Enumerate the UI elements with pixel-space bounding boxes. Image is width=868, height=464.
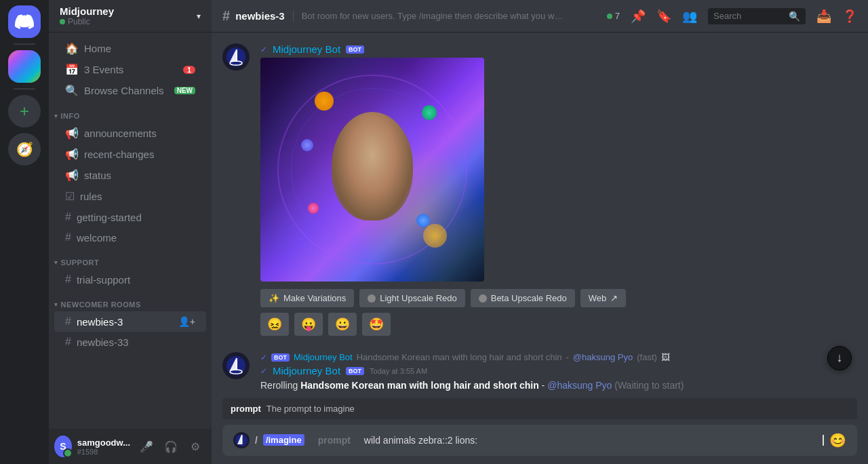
help-button[interactable]: ❓ (842, 9, 857, 24)
messages-area[interactable]: ✓ Midjourney Bot BOT (212, 33, 868, 425)
explore-servers-button[interactable]: 🧭 (8, 133, 41, 166)
newbies-3-label: newbies-3 (77, 316, 123, 328)
member-count: 7 (607, 11, 620, 21)
add-member-icon[interactable]: 👤+ (178, 316, 195, 327)
sidebar-item-announcements[interactable]: 📢 announcements (54, 123, 206, 144)
sidebar-item-getting-started[interactable]: # getting-started (54, 207, 206, 227)
search-icon: 🔍 (789, 11, 800, 22)
bookmark-button[interactable]: 🔖 (656, 9, 671, 24)
sidebar-item-events[interactable]: 📅 3 Events 1 (54, 59, 206, 80)
rules-label: rules (80, 191, 102, 202)
category-support-arrow-icon: ▾ (54, 259, 58, 266)
input-avatar-icon (235, 433, 248, 447)
server-header-info: Midjourney Public (60, 5, 114, 26)
bot-avatar-icon (226, 47, 246, 67)
ai-image-container (260, 58, 484, 282)
category-newcomer-arrow-icon: ▾ (54, 301, 58, 308)
events-badge: 1 (183, 66, 195, 74)
inbox-button[interactable]: 📥 (816, 9, 831, 24)
sidebar-item-welcome[interactable]: # welcome (54, 227, 206, 248)
face-shape (332, 112, 413, 220)
sidebar-item-recent-changes[interactable]: 📢 recent-changes (54, 144, 206, 165)
image-icon[interactable]: 🖼 (661, 352, 670, 362)
members-list-button[interactable]: 👥 (682, 9, 697, 24)
channel-sidebar: Midjourney Public ▾ 🏠 Home 📅 3 Events 1 … (49, 0, 212, 464)
avatar: S (54, 436, 72, 457)
reaction-buttons: 😖 😛 😀 🤩 (260, 313, 857, 336)
channel-list: 🏠 Home 📅 3 Events 1 🔍 Browse Channels NE… (49, 33, 212, 429)
svg-rect-6 (236, 358, 237, 370)
beta-upscale-label: Beta Upscale Redo (491, 293, 567, 303)
inline-notification: ✓ BOT Midjourney Bot Handsome Korean man… (260, 352, 857, 362)
user-info: samgoodw... #1598 (77, 438, 130, 456)
external-link-icon: ↗ (610, 293, 618, 303)
reaction-btn-3[interactable]: 😀 (328, 313, 357, 336)
svg-rect-10 (241, 435, 243, 444)
sidebar-item-newbies-33[interactable]: # newbies-33 (54, 332, 206, 352)
server-divider-2 (14, 88, 35, 90)
message-content: ✓ Midjourney Bot BOT (260, 43, 857, 341)
discord-home-button[interactable] (8, 5, 41, 38)
home-icon: 🏠 (65, 42, 79, 55)
message-author-2: Midjourney Bot (273, 365, 340, 376)
welcome-label: welcome (77, 232, 117, 244)
message-input-wrapper[interactable]: / /imagine prompt wild animals zebra::2 … (222, 425, 857, 456)
svg-rect-2 (236, 50, 237, 62)
category-info[interactable]: ▾ INFO (49, 101, 212, 123)
orb-2 (301, 139, 313, 151)
bot-badge-inline: BOT (271, 353, 290, 362)
sidebar-item-trial-support[interactable]: # trial-support (54, 269, 206, 290)
input-text: wild animals zebra::2 lions: (364, 435, 817, 446)
reaction-btn-4[interactable]: 🤩 (362, 313, 391, 336)
reaction-btn-2[interactable]: 😛 (294, 313, 323, 336)
megaphone-icon: 📢 (65, 127, 79, 140)
beta-upscale-redo-button[interactable]: Beta Upscale Redo (471, 289, 575, 307)
headphones-button[interactable]: 🎧 (160, 436, 182, 457)
text-cursor (823, 435, 824, 446)
category-support-label: SUPPORT (61, 258, 100, 267)
category-info-label: INFO (61, 112, 80, 120)
input-prompt-label: prompt (318, 435, 351, 446)
midjourney-server-icon[interactable] (8, 50, 41, 83)
slash-command-label: / (255, 435, 258, 446)
fast-badge: (fast) (637, 352, 657, 362)
message-header-2: ✓ Midjourney Bot BOT Today at 3:55 AM (260, 365, 857, 376)
light-upscale-label: Light Upscale Redo (380, 293, 456, 303)
channel-description: Bot room for new users. Type /imagine th… (293, 11, 564, 21)
member-dot (607, 14, 612, 19)
orb-4 (308, 203, 319, 214)
top-bar-icons: 7 📌 🔖 👥 Search 🔍 📥 ❓ (607, 8, 857, 24)
browse-channels-label: Browse Channels (84, 85, 164, 96)
light-upscale-redo-button[interactable]: Light Upscale Redo (359, 289, 465, 307)
category-newcomer-rooms[interactable]: ▾ NEWCOMER ROOMS (49, 290, 212, 311)
make-variations-button[interactable]: ✨ Make Variations (260, 289, 354, 307)
category-support[interactable]: ▾ SUPPORT (49, 248, 212, 269)
notification-pin-button[interactable]: 📌 (631, 9, 646, 24)
variations-icon: ✨ (269, 293, 279, 303)
username: samgoodw... (77, 438, 130, 448)
midjourney-server-bg (8, 50, 41, 83)
emoji-button[interactable]: 😊 (829, 432, 846, 448)
member-count-number: 7 (615, 11, 620, 21)
sidebar-item-rules[interactable]: ☑ rules (54, 186, 206, 207)
add-server-button[interactable]: + (8, 95, 41, 128)
sidebar-item-status[interactable]: 📢 status (54, 165, 206, 186)
reaction-btn-1[interactable]: 😖 (260, 313, 289, 336)
sidebar-item-home[interactable]: 🏠 Home (54, 38, 206, 59)
reroll-text-bold: Handsome Korean man with long hair and s… (300, 380, 539, 391)
search-bar[interactable]: Search 🔍 (708, 8, 806, 24)
web-button[interactable]: Web ↗ (580, 289, 627, 307)
message-group-2: ✓ BOT Midjourney Bot Handsome Korean man… (222, 352, 857, 393)
browse-icon: 🔍 (65, 84, 79, 97)
sidebar-item-browse-channels[interactable]: 🔍 Browse Channels NEW (54, 80, 206, 101)
verified-icon: ✓ (260, 45, 267, 54)
hash-icon: # (65, 211, 71, 223)
scroll-to-bottom-button[interactable]: ↓ (827, 346, 852, 370)
scroll-down-icon: ↓ (837, 351, 843, 365)
bot-badge-1: BOT (346, 45, 364, 54)
sidebar-item-newbies-3[interactable]: # newbies-3 👤+ (54, 311, 206, 332)
mic-button[interactable]: 🎤 (136, 436, 157, 457)
bot-badge-2: BOT (346, 367, 364, 375)
server-header[interactable]: Midjourney Public ▾ (49, 0, 212, 33)
settings-button[interactable]: ⚙ (184, 436, 206, 457)
